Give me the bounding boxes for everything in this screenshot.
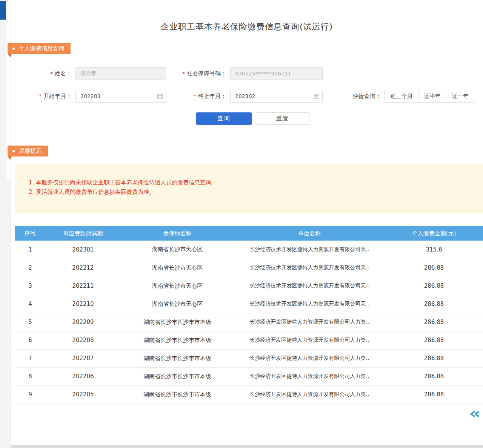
- table-row: 4202210湖南省长沙市天心区长沙经济技术开发区捷特人力资源开发有限公司天..…: [15, 295, 483, 313]
- table-cell: 202301: [45, 241, 121, 259]
- bottom-divider: [11, 445, 483, 448]
- name-label: *姓名：: [23, 67, 72, 80]
- table-cell: 湖南省长沙市长沙市市本级: [121, 349, 234, 367]
- table-cell: 长沙经济开发区捷特人力资源开发有限公司人力资..: [234, 385, 385, 404]
- table-cell: 湖南省长沙市长沙市市本级: [121, 385, 234, 404]
- name-input: [75, 67, 166, 80]
- quick-btn-last-year[interactable]: 近一年: [446, 90, 474, 103]
- end-month-input[interactable]: [230, 90, 323, 103]
- column-header-employer: 单位名称: [234, 226, 385, 241]
- table-cell: 湖南省长沙市天心区: [121, 241, 234, 259]
- table-cell: 7: [15, 349, 45, 367]
- table-cell: 286.88: [385, 367, 483, 385]
- table-cell: 长沙经济技术开发区捷特人力资源开发有限公司天..: [234, 241, 385, 259]
- table-cell: 6: [15, 331, 45, 349]
- table-cell: 3: [15, 277, 45, 295]
- table-cell: 286.88: [385, 277, 483, 295]
- table-cell: 286.88: [385, 313, 483, 331]
- table-row: 9202205湖南省长沙市长沙市市本级长沙经济开发区捷特人力资源开发有限公司人力…: [15, 385, 483, 404]
- start-month-input[interactable]: [75, 90, 166, 103]
- section-badge-label: 个人缴费信息查询: [19, 45, 64, 52]
- table-cell: 202208: [45, 331, 121, 349]
- name-field-wrap: [75, 67, 166, 80]
- table-cell: 202207: [45, 349, 121, 367]
- page-title: 企业职工基本养老保险缴费信息查询(试运行): [11, 21, 483, 32]
- table-cell: 湖南省长沙市长沙市市本级: [121, 313, 234, 331]
- bullet-icon: [12, 150, 15, 152]
- table-cell: 长沙经济开发区捷特人力资源开发有限公司人力资..: [234, 367, 385, 385]
- table-cell: 202205: [45, 385, 121, 404]
- bullet-icon: [12, 48, 15, 50]
- required-asterisk: *: [50, 71, 53, 77]
- required-asterisk: *: [39, 93, 42, 99]
- column-header-period: 对应费款所属期: [45, 226, 121, 241]
- query-button[interactable]: 查询: [196, 112, 252, 125]
- table-cell: 湖南省长沙市天心区: [121, 295, 234, 313]
- table-cell: 湖南省长沙市长沙市市本级: [121, 331, 234, 349]
- end-month-field-wrap: [230, 90, 323, 103]
- quick-query-label: 快捷查询：: [348, 90, 381, 103]
- calendar-icon[interactable]: [314, 93, 320, 99]
- table-cell: 315.6: [385, 241, 483, 259]
- collapse-chevron-icon[interactable]: «: [469, 406, 481, 421]
- required-asterisk: *: [194, 93, 196, 99]
- table-header-row: 序号 对应费款所属期 参保地名称 单位名称 个人缴费金额(元): [15, 226, 483, 241]
- table-row: 7202207湖南省长沙市长沙市市本级长沙经济开发区捷特人力资源开发有限公司人力…: [15, 349, 483, 367]
- reset-button[interactable]: 重置: [256, 112, 309, 125]
- table-cell: 长沙经济技术开发区捷特人力资源开发有限公司天..: [234, 259, 385, 277]
- table-row: 8202206湖南省长沙市长沙市市本级长沙经济开发区捷特人力资源开发有限公司人力…: [15, 367, 483, 385]
- ssn-label: *社会保障号码：: [166, 67, 226, 80]
- table-cell: 202206: [45, 367, 121, 385]
- table-cell: 286.88: [385, 295, 483, 313]
- table-cell: 286.88: [385, 385, 483, 404]
- notice-box: 1. 本服务仅提供尚未领取企业职工基本养老保险待遇人员的缴费信息查询。 2. 灵…: [15, 164, 483, 213]
- start-month-label: *开始年月：: [23, 90, 72, 103]
- table-row: 2202212湖南省长沙市天心区长沙经济技术开发区捷特人力资源开发有限公司天..…: [15, 259, 483, 277]
- table-row: 6202208湖南省长沙市长沙市市本级长沙经济开发区捷特人力资源开发有限公司人力…: [15, 331, 483, 349]
- table-cell: 湖南省长沙市天心区: [121, 277, 234, 295]
- table-cell: 286.88: [385, 331, 483, 349]
- table-cell: 长沙经济技术开发区捷特人力资源开发有限公司天..: [234, 295, 385, 313]
- section-badge-label: 温馨提示: [19, 147, 42, 155]
- section-badge-query: 个人缴费信息查询: [8, 43, 71, 54]
- table-cell: 2: [15, 259, 45, 277]
- ssn-input: [230, 67, 323, 80]
- table-cell: 湖南省长沙市长沙市市本级: [121, 367, 234, 385]
- table-cell: 8: [15, 367, 45, 385]
- table-cell: 长沙经济开发区捷特人力资源开发有限公司人力资..: [234, 349, 385, 367]
- ssn-field-wrap: [230, 67, 323, 80]
- table-cell: 4: [15, 295, 45, 313]
- notice-line: 2. 灵活就业人员的缴费单位信息以实际缴费为准。: [29, 187, 475, 197]
- table-cell: 1: [15, 241, 45, 259]
- column-header-index: 序号: [15, 226, 45, 241]
- start-month-field-wrap: [75, 90, 166, 103]
- calendar-icon[interactable]: [157, 93, 163, 99]
- sidebar-blue-tab: [0, 1, 6, 20]
- required-asterisk: *: [182, 71, 185, 77]
- column-header-insured-place: 参保地名称: [121, 226, 234, 241]
- table-cell: 5: [15, 313, 45, 331]
- quick-query-group: 近三个月 近半年 近一年: [385, 90, 474, 103]
- table-cell: 202209: [45, 313, 121, 331]
- table-cell: 长沙经济开发区捷特人力资源开发有限公司人力资..: [234, 331, 385, 349]
- table-cell: 9: [15, 385, 45, 404]
- table-row: 3202211湖南省长沙市天心区长沙经济技术开发区捷特人力资源开发有限公司天..…: [15, 277, 483, 295]
- end-month-label: *终止年月：: [177, 90, 226, 103]
- table-cell: 湖南省长沙市天心区: [121, 259, 234, 277]
- quick-btn-last-3-months[interactable]: 近三个月: [385, 90, 418, 103]
- section-badge-tips: 温馨提示: [8, 146, 48, 156]
- table-cell: 202212: [45, 259, 121, 277]
- quick-btn-last-half-year[interactable]: 近半年: [418, 90, 446, 103]
- table-cell: 286.88: [385, 259, 483, 277]
- table-row: 1202301湖南省长沙市天心区长沙经济技术开发区捷特人力资源开发有限公司天..…: [15, 241, 483, 259]
- table-cell: 286.88: [385, 349, 483, 367]
- table-cell: 长沙经济技术开发区捷特人力资源开发有限公司天..: [234, 277, 385, 295]
- payment-table: 序号 对应费款所属期 参保地名称 单位名称 个人缴费金额(元) 1202301湖…: [15, 226, 483, 404]
- table-cell: 202211: [45, 277, 121, 295]
- table-cell: 长沙经济开发区捷特人力资源开发有限公司人力资..: [234, 313, 385, 331]
- column-header-amount: 个人缴费金额(元): [385, 226, 483, 241]
- table-cell: 202210: [45, 295, 121, 313]
- table-row: 5202209湖南省长沙市长沙市市本级长沙经济开发区捷特人力资源开发有限公司人力…: [15, 313, 483, 331]
- notice-line: 1. 本服务仅提供尚未领取企业职工基本养老保险待遇人员的缴费信息查询。: [29, 178, 475, 187]
